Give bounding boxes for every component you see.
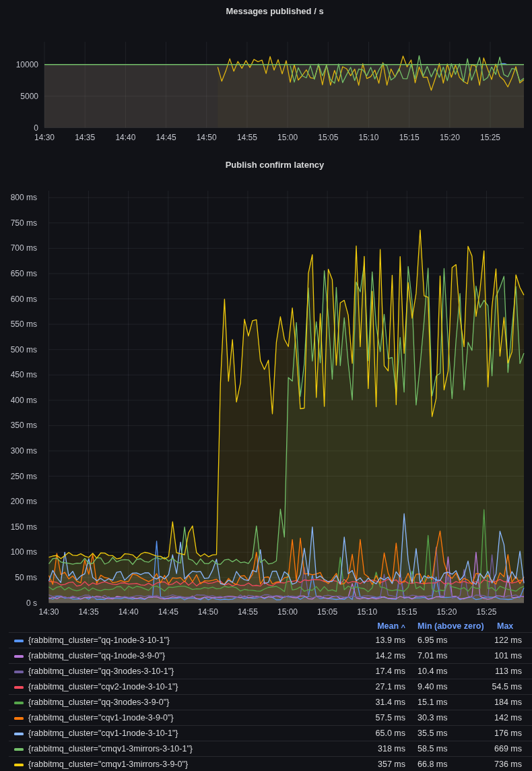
svg-text:14:40: 14:40: [119, 607, 139, 617]
svg-text:600 ms: 600 ms: [11, 295, 37, 304]
svg-text:15:25: 15:25: [476, 607, 496, 617]
svg-text:500 ms: 500 ms: [11, 345, 37, 354]
svg-text:350 ms: 350 ms: [11, 421, 37, 430]
svg-text:700 ms: 700 ms: [11, 243, 37, 253]
svg-text:400 ms: 400 ms: [11, 396, 37, 405]
svg-text:15:00: 15:00: [277, 607, 298, 617]
svg-text:14:40: 14:40: [115, 133, 135, 142]
svg-text:800 ms: 800 ms: [11, 193, 37, 202]
svg-text:150 ms: 150 ms: [11, 522, 37, 532]
svg-text:14:30: 14:30: [38, 607, 59, 617]
svg-text:100 ms: 100 ms: [11, 547, 37, 557]
svg-text:14:55: 14:55: [237, 133, 257, 142]
svg-text:5000: 5000: [20, 92, 38, 101]
svg-text:250 ms: 250 ms: [11, 472, 37, 481]
svg-text:300 ms: 300 ms: [11, 446, 37, 456]
svg-text:200 ms: 200 ms: [11, 497, 37, 506]
svg-text:650 ms: 650 ms: [11, 269, 37, 278]
svg-text:14:50: 14:50: [198, 607, 218, 617]
svg-text:15:05: 15:05: [318, 133, 338, 142]
svg-text:15:15: 15:15: [397, 607, 417, 617]
svg-text:14:35: 14:35: [75, 133, 95, 142]
svg-text:0: 0: [34, 123, 38, 133]
svg-text:15:10: 15:10: [358, 133, 378, 142]
svg-text:10000: 10000: [16, 60, 39, 69]
svg-text:15:05: 15:05: [317, 607, 337, 617]
svg-text:15:25: 15:25: [480, 133, 500, 142]
svg-text:15:20: 15:20: [436, 607, 457, 617]
svg-text:14:55: 14:55: [238, 607, 258, 617]
svg-text:550 ms: 550 ms: [11, 319, 37, 329]
svg-text:15:10: 15:10: [357, 607, 377, 617]
svg-text:14:30: 14:30: [34, 133, 55, 142]
svg-text:50 ms: 50 ms: [15, 573, 37, 582]
svg-text:14:35: 14:35: [79, 607, 99, 617]
svg-text:15:15: 15:15: [399, 133, 420, 142]
svg-text:0 s: 0 s: [26, 598, 37, 608]
svg-text:14:50: 14:50: [197, 133, 217, 142]
svg-text:14:45: 14:45: [158, 607, 178, 617]
svg-text:15:00: 15:00: [277, 133, 298, 142]
svg-text:750 ms: 750 ms: [11, 218, 37, 228]
svg-text:15:20: 15:20: [440, 133, 460, 142]
svg-text:450 ms: 450 ms: [11, 370, 37, 379]
svg-text:14:45: 14:45: [156, 133, 176, 142]
